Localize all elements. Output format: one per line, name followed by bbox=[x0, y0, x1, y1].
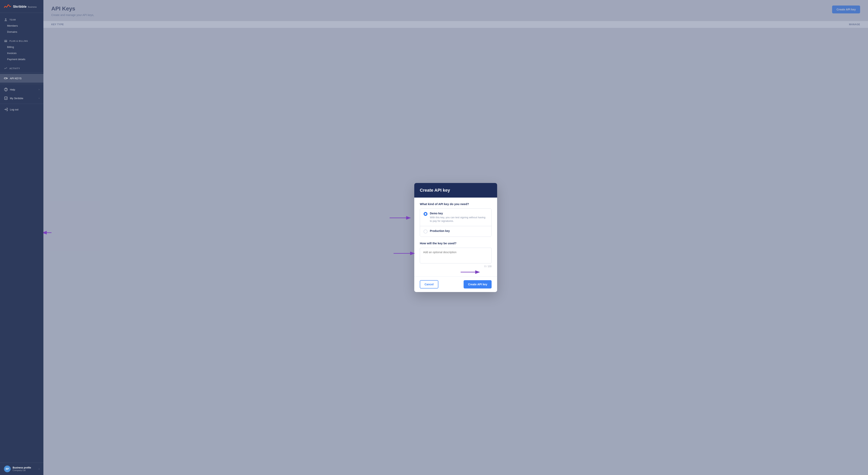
sidebar-item-payment-details[interactable]: Payment details bbox=[0, 56, 43, 62]
my-skribble-chevron-icon: › bbox=[39, 97, 39, 100]
sidebar-item-api-keys[interactable]: API KEYS bbox=[0, 74, 43, 83]
footer-chevron-icon: › bbox=[39, 468, 39, 470]
sidebar-navigation: TEAM Members Domains PLAN & BILLING Bill… bbox=[0, 13, 43, 463]
help-chevron-icon: › bbox=[39, 88, 39, 91]
modal-header: Create API key bbox=[414, 183, 497, 197]
skribble-logo-icon bbox=[4, 4, 11, 9]
radio-demo-content: Demo key With this key, you can test sig… bbox=[430, 212, 488, 223]
logout-icon bbox=[4, 107, 8, 112]
api-keys-icon bbox=[4, 76, 8, 80]
help-icon bbox=[4, 88, 8, 92]
sidebar-logo[interactable]: Skribble Business bbox=[0, 0, 43, 13]
svg-rect-1 bbox=[4, 78, 7, 79]
my-skribble-icon bbox=[4, 96, 8, 100]
modal-footer: Cancel Create API key bbox=[414, 277, 497, 292]
sidebar-item-logout[interactable]: Log out bbox=[0, 105, 43, 114]
modal-title: Create API key bbox=[420, 188, 492, 193]
nav-section-activity: ACTIVITY bbox=[0, 64, 43, 71]
radio-demo-label: Demo key bbox=[430, 212, 488, 215]
svg-rect-0 bbox=[4, 40, 7, 42]
sidebar-divider-1 bbox=[0, 72, 43, 73]
svg-rect-6 bbox=[4, 97, 7, 100]
team-icon bbox=[4, 18, 7, 22]
activity-icon bbox=[4, 67, 7, 70]
description-textarea-wrapper bbox=[420, 248, 492, 264]
radio-production-content: Production key bbox=[430, 229, 450, 232]
key-usage-label: How will the key be used? bbox=[420, 242, 492, 245]
radio-option-demo[interactable]: Demo key With this key, you can test sig… bbox=[420, 209, 491, 226]
logo-subtitle: Business bbox=[28, 6, 37, 8]
radio-production-label: Production key bbox=[430, 229, 450, 232]
api-key-type-radio-group: Demo key With this key, you can test sig… bbox=[420, 209, 492, 237]
footer-info: Business profile Company Ltd bbox=[12, 466, 39, 471]
radio-production-indicator bbox=[424, 229, 428, 233]
create-api-key-modal: Create API key What kind of API key do y… bbox=[414, 183, 497, 292]
billing-icon bbox=[4, 39, 7, 43]
description-textarea[interactable] bbox=[420, 248, 492, 263]
sidebar-item-my-skribble[interactable]: My Skribble › bbox=[0, 94, 43, 102]
sidebar-item-billing[interactable]: Billing bbox=[0, 44, 43, 50]
logo-text: Skribble bbox=[13, 5, 27, 8]
sidebar: Skribble Business TEAM Members Domains P… bbox=[0, 0, 43, 475]
sidebar-item-help[interactable]: Help › bbox=[0, 85, 43, 94]
radio-demo-description: With this key, you can test signing with… bbox=[430, 216, 488, 223]
cancel-button[interactable]: Cancel bbox=[420, 280, 438, 288]
textarea-arrow bbox=[393, 249, 416, 257]
api-key-type-label: What kind of API key do you need? bbox=[420, 202, 492, 205]
footer-company-name: Company Ltd bbox=[12, 469, 39, 471]
svg-rect-3 bbox=[7, 78, 7, 79]
sidebar-footer[interactable]: BP Business profile Company Ltd › bbox=[0, 463, 43, 475]
radio-demo-indicator bbox=[424, 212, 428, 216]
sidebar-item-members[interactable]: Members bbox=[0, 23, 43, 29]
sidebar-item-invoices[interactable]: Invoices bbox=[0, 50, 43, 56]
modal-overlay: Create API key What kind of API key do y… bbox=[43, 0, 868, 475]
char-count: 0 / 100 bbox=[420, 265, 492, 268]
radio-option-production[interactable]: Production key bbox=[420, 226, 491, 236]
modal-create-api-key-button[interactable]: Create API key bbox=[464, 280, 492, 288]
question-arrow bbox=[389, 214, 412, 222]
svg-point-5 bbox=[6, 90, 6, 91]
main-content: API Keys Create and manage your API keys… bbox=[43, 0, 868, 475]
nav-section-billing: PLAN & BILLING bbox=[0, 36, 43, 44]
modal-body: What kind of API key do you need? Demo k… bbox=[414, 197, 497, 277]
sidebar-item-domains[interactable]: Domains bbox=[0, 29, 43, 35]
nav-section-team: TEAM bbox=[0, 15, 43, 23]
footer-profile-name: Business profile bbox=[12, 466, 39, 469]
avatar: BP bbox=[4, 466, 11, 472]
